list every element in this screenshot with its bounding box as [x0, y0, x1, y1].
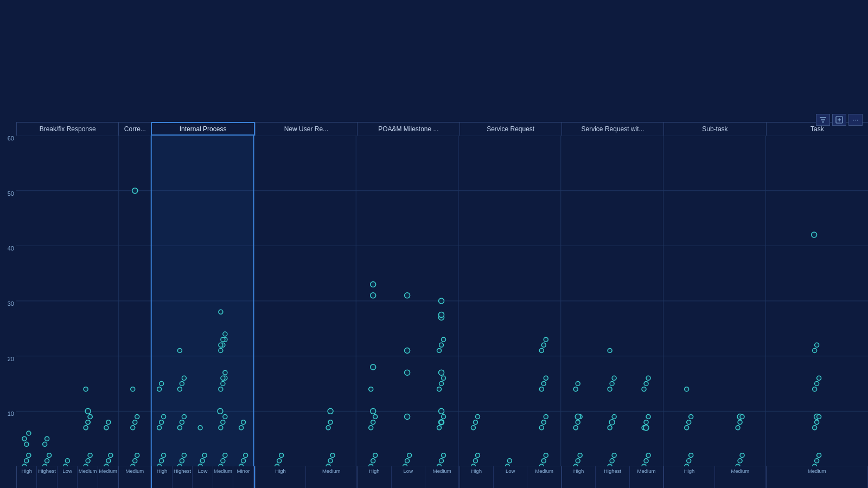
svg-point-202: [687, 459, 691, 463]
svg-point-190: [646, 453, 650, 458]
svg-point-124: [371, 408, 376, 414]
svg-point-193: [646, 415, 650, 419]
svg-point-183: [612, 415, 616, 419]
app: ··· 60 50 40 30 20 10 Break/fix Response…: [0, 0, 868, 488]
x-label-poam-medium: Medium: [425, 466, 459, 488]
svg-point-57: [135, 415, 139, 419]
x-col-break-fix: High Highest Low Medium Medium: [16, 466, 118, 488]
svg-point-43: [86, 420, 90, 425]
col-header-break-fix[interactable]: Break/fix Response: [16, 122, 118, 136]
x-label-sr-high: High: [460, 466, 494, 488]
svg-point-64: [162, 415, 166, 419]
svg-point-116: [371, 293, 376, 298]
col-header-service-request-wit[interactable]: Service Request wit...: [561, 122, 663, 136]
svg-point-93: [219, 310, 223, 314]
svg-point-204: [685, 426, 689, 430]
svg-point-136: [405, 459, 410, 463]
svg-point-196: [646, 376, 650, 380]
svg-point-173: [573, 426, 578, 430]
x-label-srw-highest: Highest: [596, 466, 629, 488]
svg-point-101: [241, 459, 246, 463]
svg-point-147: [437, 349, 442, 353]
x-label-st-high: High: [664, 466, 715, 488]
svg-point-206: [689, 415, 693, 419]
svg-point-151: [473, 459, 477, 463]
svg-point-176: [573, 387, 578, 391]
svg-point-146: [442, 376, 446, 380]
col-header-internal-process[interactable]: Internal Process: [151, 122, 254, 136]
col-header-poam[interactable]: POA&M Milestone ...: [357, 122, 459, 136]
x-label-poam-high: High: [358, 466, 391, 488]
svg-point-144: [437, 387, 442, 391]
svg-rect-14: [151, 136, 254, 466]
svg-point-117: [439, 298, 444, 304]
svg-point-68: [180, 459, 184, 463]
svg-point-126: [439, 408, 444, 414]
svg-point-86: [223, 415, 227, 419]
svg-point-62: [157, 426, 162, 430]
svg-point-50: [106, 420, 111, 425]
svg-point-210: [740, 453, 744, 458]
svg-point-177: [576, 382, 580, 386]
svg-point-107: [279, 453, 284, 458]
svg-point-106: [277, 459, 282, 463]
svg-point-145: [439, 382, 444, 386]
svg-point-189: [644, 459, 648, 463]
svg-point-129: [371, 459, 375, 463]
svg-point-221: [817, 415, 821, 419]
svg-point-55: [131, 426, 135, 430]
more-button[interactable]: ···: [848, 114, 863, 126]
svg-point-132: [371, 420, 375, 425]
svg-point-79: [202, 453, 207, 458]
svg-point-71: [180, 420, 184, 425]
svg-point-83: [223, 453, 227, 458]
x-label-bf-low: Low: [58, 466, 78, 488]
svg-point-219: [813, 426, 817, 430]
svg-point-140: [442, 453, 446, 458]
svg-point-78: [200, 459, 205, 463]
x-label-corre-medium: Medium: [119, 466, 151, 488]
x-col-service-request: High Low Medium: [459, 466, 561, 488]
svg-point-80: [198, 426, 202, 430]
svg-point-226: [815, 343, 819, 347]
svg-point-37: [86, 459, 90, 463]
svg-point-155: [475, 415, 480, 419]
svg-point-199: [643, 425, 649, 431]
x-col-sub-task: High Medium: [663, 466, 765, 488]
col-header-new-user[interactable]: New User Re...: [255, 122, 357, 136]
svg-point-213: [740, 415, 744, 419]
svg-point-31: [47, 453, 52, 458]
svg-point-102: [244, 453, 248, 458]
export-button[interactable]: [832, 114, 846, 126]
svg-point-33: [45, 436, 49, 441]
svg-point-39: [84, 426, 88, 430]
svg-point-130: [373, 453, 378, 458]
x-label-sr-medium: Medium: [527, 466, 561, 488]
svg-point-44: [88, 415, 92, 419]
svg-point-96: [219, 343, 223, 347]
svg-point-164: [544, 376, 548, 380]
y-label-40: 40: [0, 246, 16, 252]
svg-point-32: [43, 442, 47, 446]
svg-point-141: [437, 426, 442, 430]
svg-point-162: [539, 387, 544, 391]
svg-point-99: [218, 408, 223, 414]
svg-point-154: [473, 420, 477, 425]
y-label-20: 20: [0, 356, 16, 362]
x-label-ip-low: Low: [193, 466, 213, 488]
svg-point-131: [369, 426, 373, 430]
svg-point-207: [685, 387, 689, 391]
svg-point-184: [608, 387, 612, 391]
col-header-corre[interactable]: Corre...: [118, 122, 151, 136]
svg-point-30: [45, 459, 49, 463]
x-col-task: Medium: [766, 466, 868, 488]
svg-point-120: [405, 348, 410, 354]
col-header-service-request[interactable]: Service Request: [459, 122, 561, 136]
col-header-sub-task[interactable]: Sub-task: [663, 122, 765, 136]
svg-point-169: [507, 459, 512, 463]
svg-point-24: [24, 459, 29, 463]
svg-point-70: [177, 426, 182, 430]
filter-button[interactable]: [816, 114, 830, 126]
svg-point-122: [405, 370, 410, 375]
x-col-service-request-wit: High Highest Medium: [561, 466, 663, 488]
